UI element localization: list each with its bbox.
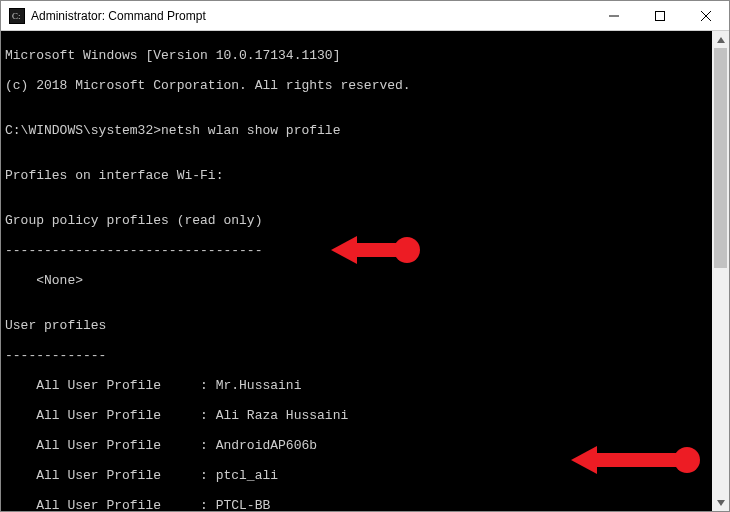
user-profiles-header: User profiles [5, 318, 712, 333]
profile-row: All User Profile : PTCL-BB [5, 498, 712, 511]
scrollbar-track[interactable] [712, 48, 729, 494]
cmd-icon: C: [9, 8, 25, 24]
version-line: Microsoft Windows [Version 10.0.17134.11… [5, 48, 712, 63]
vertical-scrollbar[interactable] [712, 31, 729, 511]
dashes-line: --------------------------------- [5, 243, 712, 258]
minimize-button[interactable] [591, 1, 637, 30]
close-button[interactable] [683, 1, 729, 30]
profile-row: All User Profile : Ali Raza Hussaini [5, 408, 712, 423]
profile-row: All User Profile : Mr.Hussaini [5, 378, 712, 393]
copyright-line: (c) 2018 Microsoft Corporation. All righ… [5, 78, 712, 93]
profile-value: ptcl_ali [216, 468, 278, 483]
scroll-up-button[interactable] [712, 31, 729, 48]
svg-rect-4 [656, 11, 665, 20]
scrollbar-thumb[interactable] [714, 48, 727, 268]
profile-row: All User Profile : ptcl_ali [5, 468, 712, 483]
profile-value: Mr.Hussaini [216, 378, 302, 393]
terminal-output[interactable]: Microsoft Windows [Version 10.0.17134.11… [1, 31, 712, 511]
terminal-area: Microsoft Windows [Version 10.0.17134.11… [1, 31, 729, 511]
window-controls [591, 1, 729, 30]
svg-text:C:: C: [12, 11, 21, 21]
group-policy-header: Group policy profiles (read only) [5, 213, 712, 228]
command-1: netsh wlan show profile [161, 123, 340, 138]
user-dashes-line: ------------- [5, 348, 712, 363]
profiles-header: Profiles on interface Wi-Fi: [5, 168, 712, 183]
prompt-line-1: C:\WINDOWS\system32>netsh wlan show prof… [5, 123, 712, 138]
profile-value: AndroidAP606b [216, 438, 317, 453]
profile-value: PTCL-BB [216, 498, 271, 511]
window-titlebar[interactable]: C: Administrator: Command Prompt [1, 1, 729, 31]
scroll-down-button[interactable] [712, 494, 729, 511]
window-title: Administrator: Command Prompt [31, 9, 591, 23]
svg-marker-7 [717, 37, 725, 43]
profile-value: Ali Raza Hussaini [216, 408, 349, 423]
profile-row: All User Profile : AndroidAP606b [5, 438, 712, 453]
svg-marker-8 [717, 500, 725, 506]
maximize-button[interactable] [637, 1, 683, 30]
none-line: <None> [5, 273, 712, 288]
